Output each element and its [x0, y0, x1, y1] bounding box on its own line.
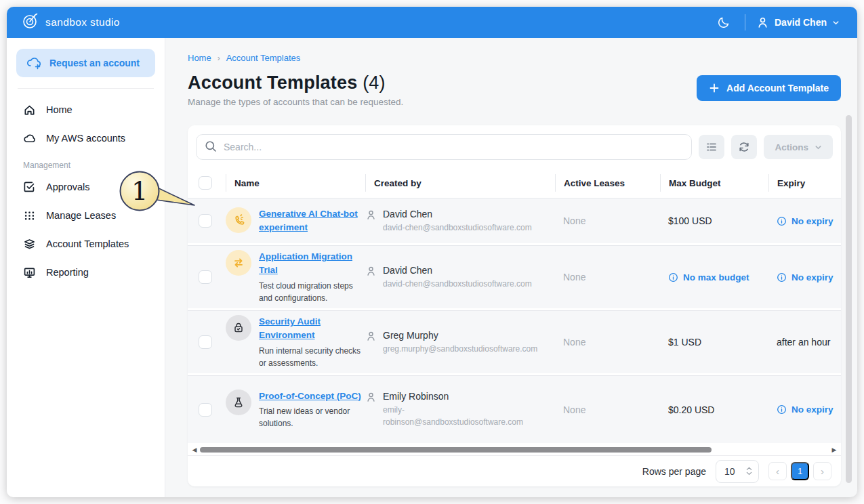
sidebar-item-approvals[interactable]: Approvals [16, 173, 155, 201]
template-name-link[interactable]: Generative AI Chat-bot experiment [259, 209, 358, 232]
select-all-checkbox[interactable] [199, 176, 212, 190]
sidebar-item-home[interactable]: Home [16, 96, 155, 124]
active-leases-value: None [563, 337, 585, 348]
chevron-down-icon [815, 144, 822, 151]
breadcrumb-current-link[interactable]: Account Templates [226, 53, 301, 63]
add-account-template-button[interactable]: Add Account Template [697, 75, 841, 101]
template-name-link[interactable]: Security Audit Environment [259, 316, 321, 340]
table-row[interactable]: Application Migration Trial Test cloud m… [188, 245, 841, 310]
brand-logo-icon [22, 12, 39, 33]
row-checkbox[interactable] [199, 403, 212, 417]
active-leases-value: None [563, 215, 585, 226]
max-budget-value: $0.20 USD [668, 404, 714, 415]
refresh-button[interactable] [731, 135, 757, 159]
row-checkbox[interactable] [199, 335, 212, 349]
info-icon [777, 272, 787, 282]
info-icon [777, 216, 787, 226]
max-budget-value: $100 USD [668, 215, 712, 226]
flask-icon [226, 390, 251, 415]
table-footer: Rows per page 10 ‹ 1 › [188, 455, 841, 486]
chevron-up-icon [746, 467, 752, 471]
cloud-icon [23, 132, 36, 145]
table-row[interactable]: Generative AI Chat-bot experiment David … [188, 198, 841, 245]
person-icon [365, 331, 377, 342]
topbar-divider [745, 14, 745, 30]
home-icon [23, 104, 36, 117]
sidebar-item-my-aws-accounts[interactable]: My AWS accounts [16, 124, 155, 152]
request-account-button[interactable]: Request an account [16, 49, 155, 77]
sidebar-item-label: Approvals [46, 182, 89, 192]
expiry-info-link[interactable]: No expiry [777, 216, 834, 226]
column-header-created-by[interactable]: Created by [365, 174, 555, 192]
previous-page-button[interactable]: ‹ [768, 462, 787, 480]
brand-name: sandbox studio [45, 16, 120, 28]
sidebar-item-reporting[interactable]: Reporting [16, 258, 155, 287]
row-checkbox[interactable] [199, 270, 212, 284]
template-name-link[interactable]: Application Migration Trial [259, 251, 352, 275]
search-icon [204, 140, 218, 156]
pager: ‹ 1 › [768, 462, 831, 480]
user-name: David Chen [775, 17, 827, 28]
list-view-button[interactable] [699, 135, 724, 159]
creator-email: emily-robinson@sandboxstudiosoftware.com [383, 404, 536, 428]
creator-email: greg.murphy@sandboxstudiosoftware.com [383, 343, 537, 355]
chevron-down-icon [746, 471, 752, 476]
expiry-info-link[interactable]: No expiry [777, 404, 834, 415]
max-budget-info-link[interactable]: No max budget [668, 272, 749, 282]
user-menu[interactable]: David Chen [756, 16, 840, 29]
rows-per-page-label: Rows per page [642, 466, 706, 477]
person-icon [365, 266, 377, 277]
table-row[interactable]: Proof-of-Concept (PoC) Trial new ideas o… [188, 375, 841, 443]
column-header-expiry[interactable]: Expiry [768, 174, 841, 192]
column-header-active-leases[interactable]: Active Leases [555, 174, 660, 192]
rows-per-page-select[interactable]: 10 [716, 460, 759, 483]
creator-name: Emily Robinson [383, 391, 536, 402]
expiry-info-link[interactable]: No expiry [777, 272, 834, 282]
breadcrumb-home-link[interactable]: Home [188, 53, 211, 63]
main-content: Home › Account Templates Account Templat… [165, 38, 857, 497]
scroll-right-arrow-icon[interactable]: ▶ [830, 444, 838, 455]
sidebar-divider [18, 88, 154, 89]
row-checkbox[interactable] [199, 214, 212, 228]
moon-icon[interactable] [714, 12, 734, 33]
table-row[interactable]: Security Audit Environment Run internal … [188, 310, 841, 375]
column-header-max-budget[interactable]: Max Budget [660, 174, 768, 192]
monitor-chart-icon [23, 266, 36, 279]
template-name-link[interactable]: Proof-of-Concept (PoC) [259, 391, 361, 401]
breadcrumb-separator-icon: › [218, 54, 220, 63]
list-view-icon [705, 141, 718, 153]
search-input[interactable] [196, 134, 692, 160]
horizontal-scrollbar[interactable]: ◀ ▶ [190, 444, 838, 455]
active-leases-value: None [563, 272, 585, 282]
sidebar-item-label: Reporting [46, 267, 89, 278]
add-account-template-label: Add Account Template [726, 83, 829, 93]
expiry-value: No expiry [791, 272, 834, 282]
expiry-value: No expiry [791, 216, 834, 226]
sidebar-item-manage-leases[interactable]: Manage Leases [16, 201, 155, 230]
info-icon [777, 404, 787, 415]
chevron-down-icon [832, 19, 840, 26]
current-page-button[interactable]: 1 [791, 462, 809, 480]
template-description: Run internal security checks or assessme… [259, 345, 365, 369]
sidebar-item-label: My AWS accounts [46, 133, 125, 144]
expiry-value: No expiry [791, 404, 834, 415]
sidebar-item-account-templates[interactable]: Account Templates [16, 230, 155, 258]
sidebar: Request an account Home My AWS accounts … [7, 38, 165, 497]
vertical-scrollbar-thumb[interactable] [846, 115, 852, 483]
column-header-name[interactable]: Name [226, 174, 365, 192]
layers-icon [23, 238, 36, 251]
swap-arrows-icon [226, 250, 251, 276]
stepper-icons [746, 467, 752, 476]
person-icon [756, 16, 769, 29]
scroll-left-arrow-icon[interactable]: ◀ [190, 444, 199, 455]
scrollbar-track[interactable] [199, 444, 830, 455]
actions-button[interactable]: Actions [764, 135, 833, 159]
page-title: Account Templates (4) [188, 72, 403, 93]
info-icon [668, 272, 678, 282]
creator-name: Greg Murphy [383, 330, 537, 341]
template-description: Test cloud migration steps and configura… [259, 280, 365, 304]
rows-per-page-value: 10 [724, 466, 735, 477]
scrollbar-thumb[interactable] [200, 447, 712, 453]
creator-name: David Chen [383, 209, 532, 219]
next-page-button[interactable]: › [813, 462, 831, 480]
